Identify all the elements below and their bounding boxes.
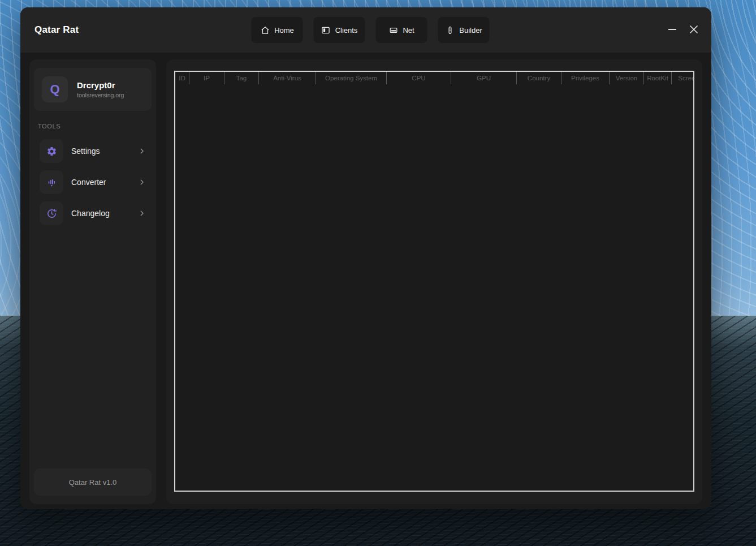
avatar-initial: Q <box>50 82 59 97</box>
column-header-gpu[interactable]: GPU <box>451 72 517 84</box>
sidebar-item-converter[interactable]: Converter <box>34 169 152 196</box>
chevron-right-icon <box>138 178 146 186</box>
sidebar: Q Drcrypt0r toolsreversing.org TOOLS Set… <box>29 59 156 504</box>
sidebar-item-label: Changelog <box>71 209 110 218</box>
nav-builder-label: Builder <box>459 26 482 35</box>
close-icon <box>688 24 699 37</box>
equalizer-icon <box>40 170 63 194</box>
nav-clients-label: Clients <box>335 26 358 35</box>
column-header-version[interactable]: Version <box>610 72 644 84</box>
column-header-country[interactable]: Country <box>517 72 561 84</box>
profile-name: Drcrypt0r <box>77 80 124 90</box>
history-clock-icon <box>40 201 63 225</box>
net-icon <box>388 25 398 35</box>
builder-icon <box>445 25 455 35</box>
sidebar-item-label: Settings <box>71 147 100 156</box>
tools-menu: Settings Converter <box>34 137 152 231</box>
profile-card: Q Drcrypt0r toolsreversing.org <box>34 68 152 111</box>
column-header-rootkit[interactable]: RootKit <box>644 72 672 84</box>
gear-icon <box>40 139 63 163</box>
nav-clients-button[interactable]: Clients <box>314 17 365 43</box>
column-header-privileges[interactable]: Privileges <box>561 72 610 84</box>
profile-subtitle: toolsreversing.org <box>77 92 124 98</box>
column-header-tag[interactable]: Tag <box>224 72 259 84</box>
column-header-screen[interactable]: Screen <box>672 72 693 84</box>
column-header-id[interactable]: ID <box>175 72 189 84</box>
chevron-right-icon <box>138 209 146 217</box>
tools-section-label: TOOLS <box>38 123 61 130</box>
home-icon <box>260 25 270 35</box>
version-label: Qatar Rat v1.0 <box>69 478 117 487</box>
nav-net-label: Net <box>403 26 414 35</box>
profile-text: Drcrypt0r toolsreversing.org <box>77 80 124 98</box>
nav-home-label: Home <box>274 26 294 35</box>
table-header-row: IDIPTagAnti-VirusOperating SystemCPUGPUC… <box>175 72 693 84</box>
column-header-cpu[interactable]: CPU <box>387 72 451 84</box>
nav-group: Home Clients Net <box>252 17 490 43</box>
column-header-ip[interactable]: IP <box>189 72 224 84</box>
titlebar: Qatar Rat Home Clients <box>20 7 711 53</box>
version-card: Qatar Rat v1.0 <box>34 468 152 496</box>
sidebar-item-changelog[interactable]: Changelog <box>34 200 152 227</box>
clients-icon <box>321 25 331 35</box>
nav-net-button[interactable]: Net <box>376 17 427 43</box>
clients-table: IDIPTagAnti-VirusOperating SystemCPUGPUC… <box>174 71 694 492</box>
app-window: Qatar Rat Home Clients <box>20 7 711 509</box>
window-controls <box>666 7 700 53</box>
nav-builder-button[interactable]: Builder <box>438 17 490 43</box>
minimize-button[interactable] <box>666 24 679 36</box>
avatar: Q <box>42 76 68 102</box>
sidebar-item-label: Converter <box>71 178 106 187</box>
nav-home-button[interactable]: Home <box>252 17 303 43</box>
desktop-background: Qatar Rat Home Clients <box>0 0 756 546</box>
column-header-anti-virus[interactable]: Anti-Virus <box>259 72 316 84</box>
sidebar-item-settings[interactable]: Settings <box>34 137 152 165</box>
column-header-operating-system[interactable]: Operating System <box>316 72 387 84</box>
content-panel: IDIPTagAnti-VirusOperating SystemCPUGPUC… <box>166 59 702 504</box>
chevron-right-icon <box>138 147 146 155</box>
close-button[interactable] <box>688 24 700 36</box>
table-body <box>175 84 693 491</box>
minimize-icon <box>667 24 678 37</box>
app-title: Qatar Rat <box>34 24 79 36</box>
